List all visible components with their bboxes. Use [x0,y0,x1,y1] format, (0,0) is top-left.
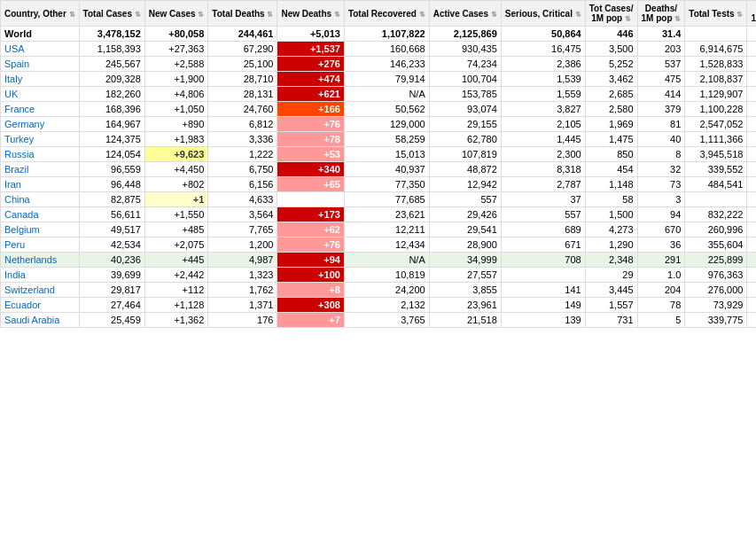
cell-country[interactable]: Canada [1,207,80,222]
table-row: Iran96,448+8026,156+6577,35012,9422,7871… [1,177,757,192]
country-link[interactable]: USA [4,43,25,54]
cell-totalDeaths: 6,812 [208,117,277,132]
cell-newDeaths: +7 [277,313,344,328]
cell-totalCases: 3,478,152 [79,27,144,42]
header-deathsPer1M[interactable]: Deaths/ 1M pop ⇅ [637,1,685,27]
covid-table: Country, Other ⇅Total Cases ⇅New Cases ⇅… [0,0,756,328]
cell-country[interactable]: Saudi Arabia [1,313,80,328]
country-link[interactable]: Peru [4,239,25,250]
cell-country[interactable]: Netherlands [1,253,80,268]
cell-totCasesPer1M: 4,273 [585,222,637,237]
cell-country[interactable]: Switzerland [1,283,80,298]
cell-newCases: +1,983 [144,132,208,147]
country-link[interactable]: UK [4,89,18,99]
country-link[interactable]: Switzerland [4,284,55,295]
cell-country[interactable]: Turkey [1,132,80,147]
country-link[interactable]: Belgium [4,224,40,235]
sort-icon: ⇅ [69,11,75,19]
cell-country[interactable]: Brazil [1,162,80,177]
header-totalRecovered[interactable]: Total Recovered ⇅ [344,1,429,27]
cell-totCasesPer1M: 1,500 [585,207,637,222]
cell-country[interactable]: France [1,102,80,117]
table-row: China82,875+14,63377,68555737583 [1,192,757,207]
cell-country[interactable]: Russia [1,147,80,162]
cell-totalRecovered: 3,765 [344,313,429,328]
table-row: Germany164,967+8906,812+76129,00029,1552… [1,117,757,132]
country-link[interactable]: India [4,269,26,280]
cell-newCases: +2,075 [144,237,208,253]
country-link[interactable]: Russia [4,149,35,160]
cell-totalTests: 225,899 [685,253,747,268]
cell-country[interactable]: Belgium [1,222,80,237]
cell-newCases: +2,442 [144,268,208,283]
cell-newDeaths: +1,537 [277,42,344,57]
sort-icon: ⇅ [674,15,681,23]
country-link[interactable]: France [4,104,35,114]
header-seriousCritical[interactable]: Serious, Critical ⇅ [501,1,585,27]
header-newCases[interactable]: New Cases ⇅ [144,1,208,27]
cell-totalCases: 1,158,393 [79,42,144,57]
country-link[interactable]: China [4,194,30,205]
cell-country[interactable]: UK [1,87,80,102]
cell-deathsPer1M: 670 [637,222,685,237]
cell-activeCases: 2,125,869 [429,27,501,42]
country-link[interactable]: Spain [4,58,29,69]
country-link[interactable]: Canada [4,209,39,220]
cell-activeCases: 107,819 [429,147,501,162]
cell-newDeaths [277,192,344,207]
cell-country[interactable]: Iran [1,177,80,192]
country-link[interactable]: Ecuador [4,300,41,310]
header-country[interactable]: Country, Other ⇅ [1,1,80,27]
cell-totCasesPer1M: 3,500 [585,42,637,57]
country-link[interactable]: Turkey [4,134,34,144]
cell-country[interactable]: India [1,268,80,283]
cell-activeCases: 930,435 [429,42,501,57]
cell-totalRecovered: 79,914 [344,72,429,87]
cell-totalCases: 245,567 [79,57,144,72]
cell-country[interactable]: Ecuador [1,298,80,313]
cell-totalCases: 29,817 [79,283,144,298]
cell-activeCases: 74,234 [429,57,501,72]
cell-deathsPer1M: 73 [637,177,685,192]
cell-country[interactable]: Peru [1,237,80,253]
sort-icon: ⇅ [135,11,141,19]
cell-newCases: +27,363 [144,42,208,57]
cell-totalRecovered: 1,107,822 [344,27,429,42]
cell-country[interactable]: Germany [1,117,80,132]
header-totalCases[interactable]: Total Cases ⇅ [79,1,144,27]
cell-activeCases: 12,942 [429,177,501,192]
country-link[interactable]: Germany [4,119,44,129]
cell-activeCases: 557 [429,192,501,207]
cell-testsPer1M: 22,050 [747,207,756,222]
cell-totalDeaths: 67,290 [208,42,277,57]
country-link[interactable]: Italy [4,74,22,84]
header-testsPer1M[interactable]: Tests/ 1M pop ⇅ [747,1,756,27]
cell-country[interactable]: USA [1,42,80,57]
cell-totalCases: 168,396 [79,102,144,117]
cell-newCases: +80,058 [144,27,208,42]
country-link[interactable]: Brazil [4,164,29,175]
table-header: Country, Other ⇅Total Cases ⇅New Cases ⇅… [1,1,757,27]
header-totalDeaths[interactable]: Total Deaths ⇅ [208,1,277,27]
cell-newDeaths: +53 [277,147,344,162]
country-link[interactable]: Netherlands [4,254,57,265]
header-activeCases[interactable]: Active Cases ⇅ [429,1,501,27]
cell-country[interactable]: Spain [1,57,80,72]
header-totalTests[interactable]: Total Tests ⇅ [685,1,747,27]
cell-seriousCritical: 2,300 [501,147,585,162]
cell-activeCases: 48,872 [429,162,501,177]
cell-country[interactable]: Italy [1,72,80,87]
cell-totalTests: 1,129,907 [685,87,747,102]
header-newDeaths[interactable]: New Deaths ⇅ [277,1,344,27]
cell-totalTests: 976,363 [685,268,747,283]
header-totCasesPer1M[interactable]: Tot Cases/ 1M pop ⇅ [585,1,637,27]
cell-activeCases: 3,855 [429,283,501,298]
cell-activeCases: 93,074 [429,102,501,117]
cell-seriousCritical: 139 [501,313,585,328]
country-link[interactable]: Saudi Arabia [4,315,59,325]
cell-country[interactable]: China [1,192,80,207]
cell-totalCases: 96,559 [79,162,144,177]
cell-totalTests: 3,945,518 [685,147,747,162]
country-link[interactable]: Iran [4,179,21,190]
cell-testsPer1M: 1,597 [747,162,756,177]
